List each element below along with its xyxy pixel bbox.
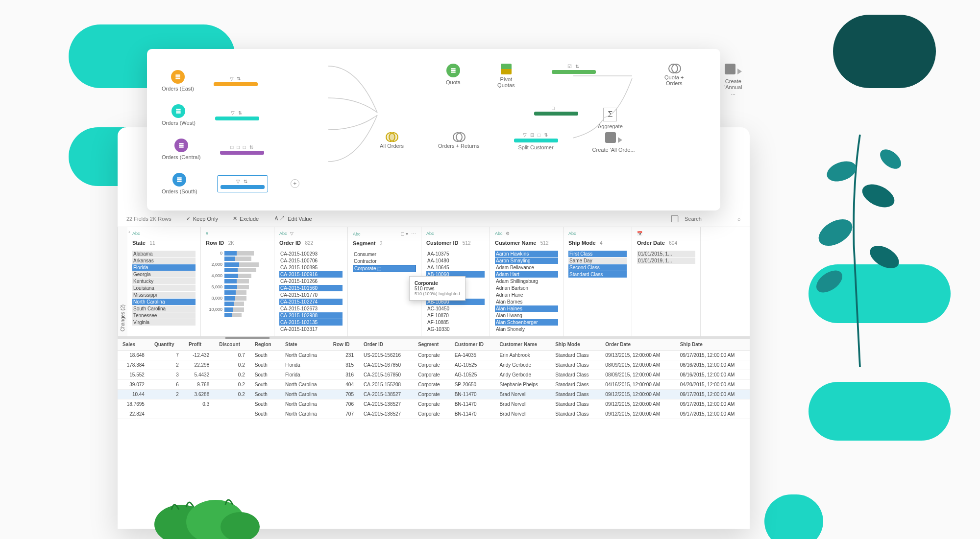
flow-node-quota-orders[interactable]: Quota + Orders [663,64,685,86]
field-column-customer-name[interactable]: Abc ⚙ Customer Name 512Aaron HawkinsAaro… [490,227,564,336]
field-value[interactable]: 01/01/2019, 1... [637,258,695,264]
flow-source-0[interactable]: Orders (East) [162,70,194,92]
field-value[interactable]: CA-2015-100706 [279,258,343,264]
flow-node-pivot-quotas[interactable]: Pivot Quotas [497,64,515,88]
field-value[interactable]: Aaron Smayling [495,258,558,264]
flow-source-2[interactable]: Orders (Central) [162,139,200,160]
field-value[interactable]: Adrian Hane [495,292,558,298]
search-icon[interactable]: ⌕ [737,216,741,222]
field-value[interactable]: CA-2015-100916 [279,271,343,278]
flow-node-create-all-orders[interactable]: Create 'All Orde... [592,132,635,153]
field-value[interactable]: AC-10450 [426,305,485,312]
column-header[interactable]: Order ID [359,339,413,351]
field-value[interactable]: Tennessee [132,312,196,319]
field-value[interactable]: Alan Hwang [495,312,558,319]
column-header[interactable]: Customer Name [494,339,550,351]
column-header[interactable]: Profit [184,339,214,351]
field-column-order-date[interactable]: 📅 Order Date 60401/01/2015, 1...01/01/20… [632,227,701,336]
field-value[interactable]: Alabama [132,251,196,257]
column-header[interactable]: Ship Date [675,339,750,351]
table-row[interactable]: 15.55235.44320.2SouthFlorida316CA-2015-1… [118,370,750,380]
flow-step-1[interactable]: ▽ ⇅ [215,110,259,120]
field-value[interactable]: Louisiana [132,285,196,291]
flow-node-quota[interactable]: Quota [446,64,461,85]
field-value[interactable]: North Carolina [132,299,196,305]
field-value[interactable]: Florida [132,264,196,271]
flow-source-1[interactable]: Orders (West) [162,104,196,126]
field-value[interactable]: Same Day [568,258,627,264]
field-column-row-id[interactable]: # Row ID 2K0 2,000 4,000 6,000 8,000 [201,227,274,336]
table-row[interactable]: 18.76950.3SouthNorth Carolina706CA-2015-… [118,399,750,409]
search-input[interactable] [685,216,734,222]
column-header[interactable]: Region [250,339,280,351]
field-value[interactable]: Alan Haines [495,305,558,312]
field-value[interactable]: Corporate ⬚ [353,265,416,272]
field-column-order-id[interactable]: Abc ▽ Order ID 822CA-2015-100293CA-2015-… [274,227,348,336]
table-row[interactable]: 39.07269.7680.2SouthNorth Carolina404CA-… [118,380,750,390]
flow-node-create-annual[interactable]: Create 'Annual ... [721,64,745,96]
field-value[interactable]: 01/01/2015, 1... [637,251,695,257]
add-step-button[interactable]: + [291,179,299,188]
field-value[interactable]: CA-2015-101770 [279,292,343,298]
changes-tab[interactable]: Changes (2) [118,227,127,336]
exclude-button[interactable]: ✕ Exclude [233,215,259,222]
table-row[interactable]: 22.824SouthNorth Carolina707CA-2015-1385… [118,409,750,419]
field-value[interactable]: CA-2015-100293 [279,251,343,257]
field-value[interactable]: AA-10480 [426,258,485,264]
field-value[interactable]: Standard Class [568,271,627,278]
table-row[interactable]: 18.6487-12.4320.7SouthNorth Carolina231U… [118,351,750,360]
field-value[interactable]: Mississippi [132,292,196,298]
field-value[interactable]: Alan Barnes [495,299,558,305]
data-grid[interactable]: SalesQuantityProfitDiscountRegionStateRo… [118,339,750,419]
column-header[interactable]: Sales [118,339,149,351]
column-header[interactable]: Ship Mode [550,339,600,351]
field-value[interactable]: South Carolina [132,305,196,312]
column-header[interactable]: Row ID [328,339,359,351]
field-value[interactable]: Consumer [353,251,416,258]
grid-view-icon[interactable] [671,215,678,222]
column-header[interactable]: Quantity [149,339,184,351]
field-value[interactable]: CA-2015-103317 [279,326,343,332]
field-value[interactable]: Adrian Bartson [495,285,558,291]
edit-value-button[interactable]: Ａ↗ Edit Value [273,214,312,223]
table-row[interactable]: 178.384222.2980.2SouthFlorida315CA-2015-… [118,360,750,370]
flow-node-split-customer[interactable]: ▽ ⊟ □ ⇅ Split Customer [514,132,558,150]
field-value[interactable]: Adam Shillingsburg [495,278,558,284]
flow-node-orders-returns[interactable]: Orders + Returns [438,132,480,149]
field-value[interactable]: Georgia [132,271,196,278]
flow-step-2[interactable]: □ □ □ ⇅ [220,144,264,155]
field-value[interactable]: CA-2015-102988 [279,312,343,319]
field-value[interactable]: Alan Shonely [495,326,558,332]
field-value[interactable]: Adam Hart [495,271,558,278]
field-value[interactable]: CA-2015-101266 [279,278,343,284]
column-header[interactable]: Discount [214,339,250,351]
horizontal-scrollbar[interactable] [118,337,750,339]
flow-step-dark[interactable]: □ [534,105,573,116]
field-value[interactable]: First Class [568,251,627,257]
flow-node-aggregate[interactable]: Σ Aggregate [598,108,623,129]
field-value[interactable]: CA-2015-100895 [279,264,343,271]
flow-step-green[interactable]: ☑ ⇅ [552,64,596,74]
column-header[interactable]: Order Date [600,339,675,351]
column-header[interactable]: Customer ID [450,339,495,351]
field-value[interactable]: AG-10330 [426,326,485,332]
table-row[interactable]: 10.4423.62880.2SouthNorth Carolina705CA-… [118,390,750,399]
field-value[interactable]: Arkansas [132,258,196,264]
field-value[interactable]: AF-10885 [426,319,485,326]
field-value[interactable]: CA-2015-102673 [279,305,343,312]
field-value[interactable]: AF-10870 [426,312,485,319]
field-value[interactable]: CA-2015-103135 [279,319,343,326]
more-icon[interactable]: ⋯ [411,231,416,236]
field-value[interactable]: CA-2015-102274 [279,299,343,305]
flow-canvas[interactable]: Orders (East) ▽ ⇅ Orders (West) ▽ ⇅ Orde… [147,49,720,211]
field-value[interactable]: Aaron Hawkins [495,251,558,257]
field-value[interactable]: Kentucky [132,278,196,284]
field-value[interactable]: Second Class [568,264,627,271]
flow-node-all-orders[interactable]: All Orders [380,132,404,149]
flow-step-3[interactable]: ▽ ⇅ [217,175,268,192]
field-value[interactable]: Contractor [353,258,416,264]
field-value[interactable]: Virginia [132,319,196,326]
field-value[interactable]: Adam Bellavance [495,264,558,271]
flow-step-0[interactable]: ▽ ⇅ [214,76,258,86]
column-header[interactable]: Segment [413,339,450,351]
